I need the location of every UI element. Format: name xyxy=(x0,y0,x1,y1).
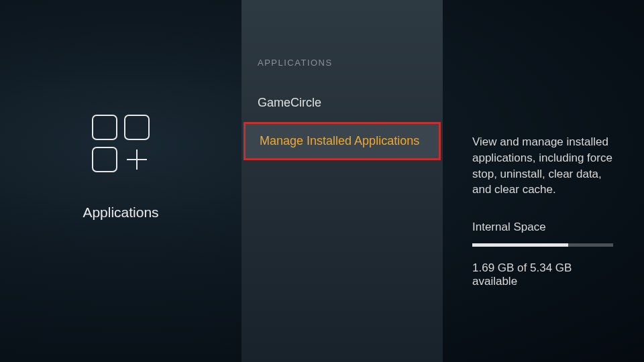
icon-row xyxy=(92,147,150,172)
square-icon xyxy=(92,115,117,140)
square-icon xyxy=(92,147,117,172)
square-icon xyxy=(124,115,150,140)
menu-description: View and manage installed applications, … xyxy=(472,134,617,198)
applications-icon xyxy=(92,115,150,172)
menu-item-manage-installed[interactable]: Manage Installed Applications xyxy=(244,122,441,160)
internal-space-label: Internal Space xyxy=(472,221,617,234)
storage-progress-bar xyxy=(472,243,613,247)
icon-row xyxy=(92,115,150,140)
category-title: Applications xyxy=(83,204,158,221)
storage-available-text: 1.69 GB of 5.34 GB available xyxy=(472,261,617,288)
menu-pane: APPLICATIONS GameCircle Manage Installed… xyxy=(241,0,443,362)
category-pane: Applications xyxy=(0,0,241,362)
detail-pane: View and manage installed applications, … xyxy=(443,0,644,362)
menu-item-gamecircle[interactable]: GameCircle xyxy=(241,84,443,122)
section-header: APPLICATIONS xyxy=(241,58,443,84)
plus-icon xyxy=(124,147,150,172)
storage-progress-fill xyxy=(472,243,568,247)
